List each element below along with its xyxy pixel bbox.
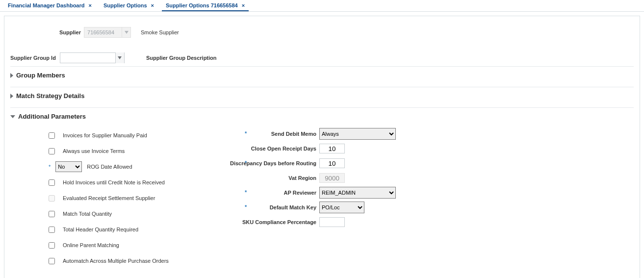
supplier-group-id-label: Supplier Group Id — [10, 55, 56, 61]
chevron-right-icon — [10, 94, 13, 99]
label-default-match-key: *Default Match Key — [221, 204, 319, 210]
row-sku-compliance: SKU Compliance Percentage — [221, 216, 427, 228]
supplier-name: Smoke Supplier — [141, 29, 179, 35]
page-body: Supplier 716656584 Smoke Supplier Suppli… — [4, 16, 640, 278]
close-icon[interactable]: × — [242, 2, 245, 8]
section-match-strategy: Match Strategy Details — [10, 87, 634, 104]
input-discrepancy-days[interactable] — [319, 158, 345, 168]
section-header-additional-parameters[interactable]: Additional Parameters — [10, 108, 634, 125]
row-vat-region: Vat Region — [221, 172, 427, 184]
row-always-invoice-terms: Always use Invoice Terms — [40, 146, 206, 156]
section-additional-parameters: Additional Parameters Invoices for Suppl… — [10, 107, 634, 276]
chevron-down-icon — [122, 27, 130, 38]
label-always-invoice-terms: Always use Invoice Terms — [63, 148, 125, 154]
checkbox-ers-supplier — [49, 195, 55, 202]
label-sku-compliance: SKU Compliance Percentage — [221, 219, 319, 225]
row-online-parent-matching: Online Parent Matching — [40, 240, 206, 251]
section-title: Match Strategy Details — [16, 92, 84, 100]
select-default-match-key[interactable]: PO/Loc — [319, 202, 364, 213]
row-automatch-across-po: Automatch Across Multiple Purchase Order… — [40, 255, 206, 266]
checkbox-automatch-across-po[interactable] — [49, 258, 55, 264]
row-close-open-receipt-days: Close Open Receipt Days — [221, 143, 427, 154]
row-send-debit-memo: *Send Debit Memo Always — [221, 128, 427, 140]
row-match-total-qty: Match Total Quantity — [40, 208, 206, 219]
section-header-group-members[interactable]: Group Members — [10, 67, 634, 84]
checkbox-online-parent-matching[interactable] — [49, 242, 55, 249]
section-header-match-strategy[interactable]: Match Strategy Details — [10, 87, 634, 104]
checkbox-match-total-qty[interactable] — [49, 211, 55, 217]
chevron-down-icon[interactable] — [115, 52, 124, 63]
label-automatch-across-po: Automatch Across Multiple Purchase Order… — [63, 258, 169, 264]
checkbox-hold-invoices[interactable] — [49, 179, 55, 186]
row-ers-supplier: Evaluated Receipt Settlement Supplier — [40, 193, 206, 203]
label-close-open-receipt-days: Close Open Receipt Days — [221, 146, 319, 152]
tab-label: Financial Manager Dashboard — [8, 2, 84, 8]
select-send-debit-memo[interactable]: Always — [319, 128, 396, 140]
label-send-debit-memo: *Send Debit Memo — [221, 131, 319, 137]
row-ap-reviewer: *AP Reviewer REIM_ADMIN — [221, 187, 427, 199]
chevron-right-icon — [10, 73, 13, 78]
row-discrepancy-days: *Discrepancy Days before Routing — [221, 157, 427, 169]
tab-supplier-options-detail[interactable]: Supplier Options 716656584 × — [162, 0, 249, 11]
input-sku-compliance[interactable] — [319, 217, 345, 227]
close-icon[interactable]: × — [151, 2, 154, 8]
label-invoices-manually-paid: Invoices for Supplier Manually Paid — [63, 132, 147, 138]
tab-financial-manager-dashboard[interactable]: Financial Manager Dashboard × — [4, 0, 96, 11]
required-icon: * — [245, 130, 247, 136]
tab-label: Supplier Options 716656584 — [166, 2, 238, 8]
section-group-members: Group Members — [10, 66, 634, 84]
input-vat-region — [319, 173, 345, 183]
params-left-column: Invoices for Supplier Manually Paid Alwa… — [40, 125, 206, 271]
row-hold-invoices: Hold Invoices until Credit Note is Recei… — [40, 177, 206, 188]
label-ap-reviewer: *AP Reviewer — [221, 190, 319, 196]
supplier-group-desc-label: Supplier Group Description — [146, 55, 217, 61]
required-icon: * — [245, 160, 247, 166]
checkbox-always-invoice-terms[interactable] — [49, 148, 55, 154]
label-ers-supplier: Evaluated Receipt Settlement Supplier — [63, 195, 155, 201]
section-title: Additional Parameters — [18, 113, 86, 120]
input-close-open-receipt-days[interactable] — [319, 144, 345, 153]
supplier-row: Supplier 716656584 Smoke Supplier — [59, 27, 634, 38]
row-total-header-qty: Total Header Quantity Required — [40, 224, 206, 235]
select-rog-date-allowed[interactable]: No — [55, 161, 82, 172]
chevron-down-icon — [10, 115, 15, 118]
label-rog-date-allowed: ROG Date Allowed — [87, 164, 132, 170]
row-default-match-key: *Default Match Key PO/Loc — [221, 202, 427, 213]
label-discrepancy-days: *Discrepancy Days before Routing — [221, 160, 319, 166]
label-online-parent-matching: Online Parent Matching — [63, 242, 119, 248]
supplier-group-id-input[interactable] — [60, 53, 115, 63]
supplier-group-id-combo[interactable] — [60, 52, 125, 63]
supplier-id-dropdown: 716656584 — [84, 27, 131, 38]
supplier-id-value: 716656584 — [84, 29, 122, 35]
checkbox-invoices-manually-paid[interactable] — [49, 132, 55, 139]
required-icon: * — [245, 189, 247, 195]
label-match-total-qty: Match Total Quantity — [63, 211, 112, 217]
checkbox-total-header-qty[interactable] — [49, 227, 55, 233]
label-total-header-qty: Total Header Quantity Required — [63, 227, 138, 232]
close-icon[interactable]: × — [88, 2, 91, 8]
required-icon: * — [49, 164, 51, 170]
tab-supplier-options[interactable]: Supplier Options × — [100, 0, 158, 11]
additional-parameters-body: Invoices for Supplier Manually Paid Alwa… — [40, 125, 634, 276]
required-icon: * — [245, 204, 247, 210]
row-rog-date-allowed: * No ROG Date Allowed — [40, 161, 206, 172]
select-ap-reviewer[interactable]: REIM_ADMIN — [319, 187, 396, 199]
row-invoices-manually-paid: Invoices for Supplier Manually Paid — [40, 130, 206, 141]
label-vat-region: Vat Region — [221, 175, 319, 181]
label-hold-invoices: Hold Invoices until Credit Note is Recei… — [63, 179, 165, 185]
tab-label: Supplier Options — [103, 2, 147, 8]
supplier-label: Supplier — [59, 29, 81, 35]
params-right-column: *Send Debit Memo Always Close Open Recei… — [221, 125, 427, 271]
tab-bar: Financial Manager Dashboard × Supplier O… — [0, 0, 644, 12]
section-title: Group Members — [16, 72, 65, 79]
supplier-group-row: Supplier Group Id Supplier Group Descrip… — [10, 52, 634, 63]
